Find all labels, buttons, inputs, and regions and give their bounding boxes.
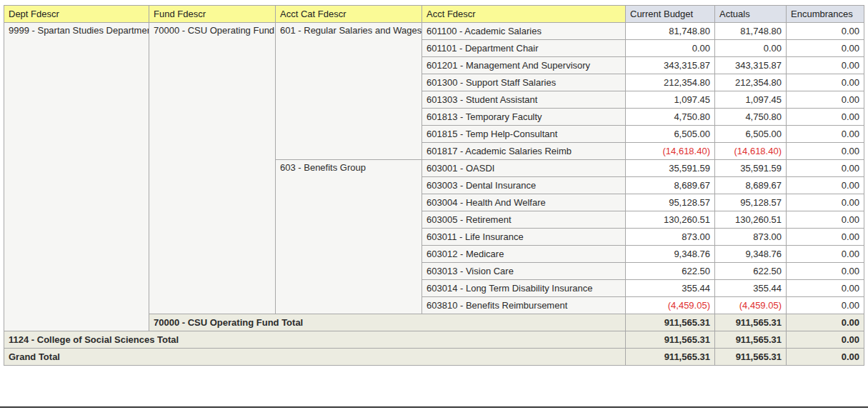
col-header-acct-fdescr: Acct Fdescr (422, 6, 626, 23)
enc-cell: 0.00 (787, 211, 864, 229)
grand-total-budget: 911,565.31 (626, 349, 715, 366)
actuals-cell: 81,748.80 (715, 23, 787, 40)
acct-cell: 603001 - OASDI (422, 160, 626, 177)
acct-cell: 603005 - Retirement (422, 211, 626, 229)
acct-cell: 601303 - Student Assistant (422, 91, 626, 109)
budget-cell: 343,315.87 (626, 57, 715, 74)
acct-cell: 603003 - Dental Insurance (422, 177, 626, 194)
acct-cell: 601815 - Temp Help-Consultant (422, 126, 626, 143)
acct-cell: 603014 - Long Term Disability Insurance (422, 280, 626, 297)
acct-cell: 601300 - Support Staff Salaries (422, 74, 626, 91)
dept-cell: 9999 - Spartan Studies Department (4, 23, 149, 331)
window-bottom-divider (0, 406, 868, 408)
actuals-cell: 1,097.45 (715, 91, 787, 109)
enc-cell: 0.00 (787, 109, 864, 126)
enc-cell: 0.00 (787, 297, 864, 314)
enc-cell: 0.00 (787, 57, 864, 74)
acct-cell: 601201 - Management And Supervisory (422, 57, 626, 74)
actuals-cell: 35,591.59 (715, 160, 787, 177)
fund-total-actuals: 911,565.31 (715, 314, 787, 331)
enc-cell: 0.00 (787, 40, 864, 57)
enc-cell: 0.00 (787, 91, 864, 109)
actuals-cell: 95,128.57 (715, 194, 787, 211)
col-header-current-budget: Current Budget (626, 6, 715, 23)
enc-cell: 0.00 (787, 160, 864, 177)
budget-cell: 873.00 (626, 229, 715, 246)
college-total-label: 1124 - College of Social Sciences Total (4, 331, 626, 349)
budget-pivot-table: Dept Fdescr Fund Fdescr Acct Cat Fdescr … (4, 5, 864, 366)
enc-cell: 0.00 (787, 263, 864, 280)
actuals-cell-negative: (4,459.05) (715, 297, 787, 314)
col-header-dept-fdescr: Dept Fdescr (4, 6, 149, 23)
acct-cell: 601100 - Academic Salaries (422, 23, 626, 40)
fund-total-label: 70000 - CSU Operating Fund Total (149, 314, 626, 331)
actuals-cell: 0.00 (715, 40, 787, 57)
table-row: 9999 - Spartan Studies Department 70000 … (4, 23, 864, 40)
actuals-cell: 873.00 (715, 229, 787, 246)
budget-cell: 95,128.57 (626, 194, 715, 211)
budget-cell: 1,097.45 (626, 91, 715, 109)
actuals-cell-negative: (14,618.40) (715, 143, 787, 160)
college-total-enc: 0.00 (787, 331, 864, 349)
budget-cell: 6,505.00 (626, 126, 715, 143)
budget-cell: 622.50 (626, 263, 715, 280)
enc-cell: 0.00 (787, 280, 864, 297)
budget-cell: 4,750.80 (626, 109, 715, 126)
fund-cell: 70000 - CSU Operating Fund (149, 23, 276, 314)
enc-cell: 0.00 (787, 194, 864, 211)
budget-cell: 0.00 (626, 40, 715, 57)
enc-cell: 0.00 (787, 143, 864, 160)
acct-cat-cell-603: 603 - Benefits Group (276, 160, 422, 314)
actuals-cell: 343,315.87 (715, 57, 787, 74)
actuals-cell: 4,750.80 (715, 109, 787, 126)
grand-total-enc: 0.00 (787, 349, 864, 366)
actuals-cell: 6,505.00 (715, 126, 787, 143)
enc-cell: 0.00 (787, 126, 864, 143)
budget-cell: 212,354.80 (626, 74, 715, 91)
acct-cell-highlighted: 601817 - Academic Salaries Reimb (422, 143, 626, 160)
budget-cell: 35,591.59 (626, 160, 715, 177)
college-total-budget: 911,565.31 (626, 331, 715, 349)
budget-report-table-container: Dept Fdescr Fund Fdescr Acct Cat Fdescr … (4, 5, 864, 366)
budget-cell: 8,689.67 (626, 177, 715, 194)
actuals-cell: 8,689.67 (715, 177, 787, 194)
actuals-cell: 130,260.51 (715, 211, 787, 229)
budget-cell-negative: (4,459.05) (626, 297, 715, 314)
actuals-cell: 212,354.80 (715, 74, 787, 91)
acct-cat-cell-601: 601 - Regular Salaries and Wages (276, 23, 422, 160)
budget-cell: 355.44 (626, 280, 715, 297)
enc-cell: 0.00 (787, 23, 864, 40)
acct-cell-highlighted: 603810 - Benefits Reimbursement (422, 297, 626, 314)
grand-total-actuals: 911,565.31 (715, 349, 787, 366)
enc-cell: 0.00 (787, 177, 864, 194)
acct-cell: 601813 - Temporary Faculty (422, 109, 626, 126)
fund-total-budget: 911,565.31 (626, 314, 715, 331)
acct-cell: 603011 - Life Insurance (422, 229, 626, 246)
actuals-cell: 9,348.76 (715, 246, 787, 263)
actuals-cell: 622.50 (715, 263, 787, 280)
col-header-encumbrances: Encumbrances (787, 6, 864, 23)
budget-cell: 130,260.51 (626, 211, 715, 229)
col-header-actuals: Actuals (715, 6, 787, 23)
budget-cell-negative: (14,618.40) (626, 143, 715, 160)
grand-total-row: Grand Total 911,565.31 911,565.31 0.00 (4, 349, 864, 366)
acct-cell: 603004 - Health And Welfare (422, 194, 626, 211)
enc-cell: 0.00 (787, 229, 864, 246)
col-header-acct-cat-fdescr: Acct Cat Fdescr (276, 6, 422, 23)
college-total-actuals: 911,565.31 (715, 331, 787, 349)
enc-cell: 0.00 (787, 246, 864, 263)
enc-cell: 0.00 (787, 74, 864, 91)
fund-total-enc: 0.00 (787, 314, 864, 331)
budget-cell: 81,748.80 (626, 23, 715, 40)
col-header-fund-fdescr: Fund Fdescr (149, 6, 276, 23)
budget-cell: 9,348.76 (626, 246, 715, 263)
acct-cell: 603013 - Vision Care (422, 263, 626, 280)
acct-cell: 603012 - Medicare (422, 246, 626, 263)
grand-total-label: Grand Total (4, 349, 626, 366)
acct-cell: 601101 - Department Chair (422, 40, 626, 57)
college-total-row: 1124 - College of Social Sciences Total … (4, 331, 864, 349)
header-row: Dept Fdescr Fund Fdescr Acct Cat Fdescr … (4, 6, 864, 23)
actuals-cell: 355.44 (715, 280, 787, 297)
